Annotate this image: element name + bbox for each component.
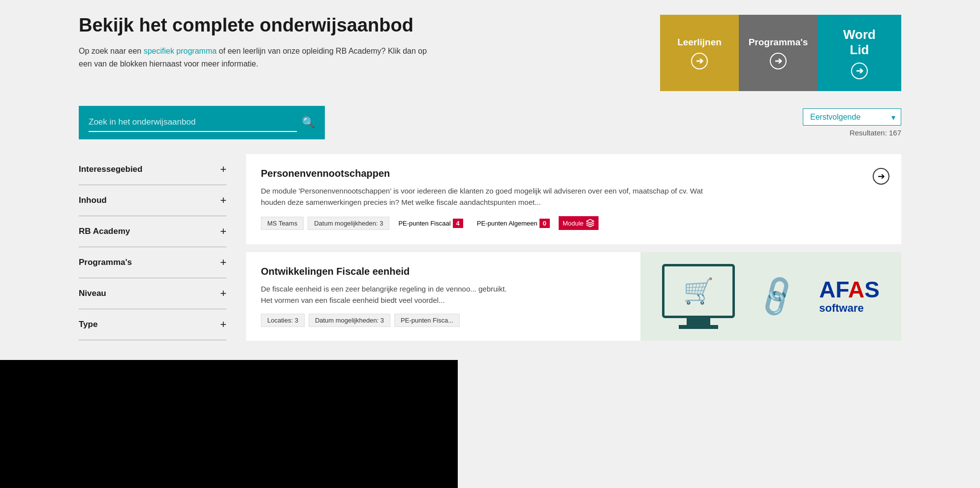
afas-software-label: software	[819, 302, 863, 315]
header-link[interactable]: specifiek programma	[144, 47, 217, 55]
filter-programmas[interactable]: Programma's +	[79, 247, 226, 278]
header-left: Bekijk het complete onderwijsaanbod Op z…	[79, 15, 640, 70]
filter-rb-academy-plus-icon: +	[220, 225, 226, 238]
header-description: Op zoek naar een specifiek programma of …	[79, 45, 433, 70]
sort-wrapper: Eerstvolgende	[803, 108, 901, 126]
result-card-1-title: Personenvennootschappen	[261, 168, 886, 179]
filter-inhoud-label: Inhoud	[79, 195, 107, 205]
monitor-screen: 🛒	[662, 264, 735, 318]
filter-niveau-plus-icon: +	[220, 287, 226, 300]
module-icon	[586, 219, 595, 228]
result-card-2: Ontwikkelingen Fiscale eenheid De fiscal…	[246, 252, 901, 341]
filter-interessegebied[interactable]: Interessegebied +	[79, 154, 226, 185]
programmas-arrow-icon: ➔	[770, 53, 787, 69]
word-lid-line1: Word	[843, 27, 876, 42]
leerlijnen-button[interactable]: Leerlijnen ➔	[660, 15, 739, 91]
tag-pe-fisca: PE-punten Fisca...	[394, 314, 460, 327]
filter-niveau[interactable]: Niveau +	[79, 278, 226, 309]
link-icon: 🔗	[752, 272, 801, 321]
tag-module: Module	[559, 216, 599, 230]
search-input[interactable]	[89, 113, 297, 132]
result-card-1: ➔ Personenvennootschappen De module 'Per…	[246, 154, 901, 244]
tag-pe-fiscaal: PE-punten Fiscaal 4	[393, 216, 468, 230]
tag-ms-teams: MS Teams	[261, 217, 304, 230]
black-bottom-bar	[0, 360, 458, 488]
monitor-base	[679, 325, 718, 329]
result-card-1-arrow[interactable]: ➔	[873, 168, 889, 185]
tag-datum-2: Datum mogelijkheden: 3	[309, 314, 390, 327]
header-section: Bekijk het complete onderwijsaanbod Op z…	[0, 0, 980, 101]
filter-rb-academy-label: RB Academy	[79, 227, 130, 236]
header-buttons: Leerlijnen ➔ Programma's ➔ Word Lid ➔	[660, 15, 901, 91]
tag-pe-algemeen: PE-punten Algemeen 0	[472, 216, 555, 230]
page-title: Bekijk het complete onderwijsaanbod	[79, 15, 640, 36]
pe-algemeen-badge: 0	[539, 219, 550, 228]
filter-inhoud-plus-icon: +	[220, 194, 226, 207]
filter-interessegebied-plus-icon: +	[220, 163, 226, 176]
filter-niveau-label: Niveau	[79, 289, 106, 298]
search-box: 🔍	[79, 106, 325, 139]
filter-programmas-label: Programma's	[79, 258, 132, 267]
page-wrapper: Bekijk het complete onderwijsaanbod Op z…	[0, 0, 980, 488]
sort-select[interactable]: Eerstvolgende	[803, 108, 901, 126]
sponsor-section: 🛒 🔗 AFAS software	[640, 252, 901, 341]
leerlijnen-arrow-icon: ➔	[691, 53, 708, 69]
tag-datum-1: Datum mogelijkheden: 3	[308, 217, 389, 230]
sort-section: Eerstvolgende Resultaten: 167	[803, 108, 901, 137]
filter-inhoud[interactable]: Inhoud +	[79, 185, 226, 216]
afas-logo: AFAS software	[819, 278, 880, 315]
programmas-label: Programma's	[749, 37, 808, 48]
monitor-neck	[687, 318, 710, 325]
word-lid-line2: Lid	[850, 42, 869, 58]
tag-locaties: Locaties: 3	[261, 314, 305, 327]
result-card-2-desc: De fiscale eenheid is een zeer belangrij…	[261, 283, 507, 306]
afas-name: AFAS	[819, 278, 880, 301]
filter-rb-academy[interactable]: RB Academy +	[79, 216, 226, 247]
word-lid-button[interactable]: Word Lid ➔	[818, 15, 901, 91]
filter-type-label: Type	[79, 320, 97, 329]
filter-type[interactable]: Type +	[79, 309, 226, 340]
results-count: Resultaten: 167	[850, 129, 901, 137]
pe-fiscaal-badge: 4	[453, 219, 463, 228]
search-sort-section: 🔍 Eerstvolgende Resultaten: 167	[0, 101, 980, 144]
filter-type-plus-icon: +	[220, 318, 226, 331]
monitor-sponsor: 🛒	[662, 264, 735, 329]
word-lid-arrow-icon: ➔	[851, 63, 868, 79]
leerlijnen-label: Leerlijnen	[677, 37, 722, 48]
search-icon[interactable]: 🔍	[302, 116, 315, 129]
filter-interessegebied-label: Interessegebied	[79, 164, 142, 174]
result-card-1-desc: De module 'Personenvennootschappen' is v…	[261, 185, 704, 208]
cart-icon: 🛒	[683, 277, 714, 305]
result-card-1-tags: MS Teams Datum mogelijkheden: 3 PE-punte…	[261, 216, 886, 230]
filter-programmas-plus-icon: +	[220, 256, 226, 269]
programmas-button[interactable]: Programma's ➔	[739, 15, 818, 91]
